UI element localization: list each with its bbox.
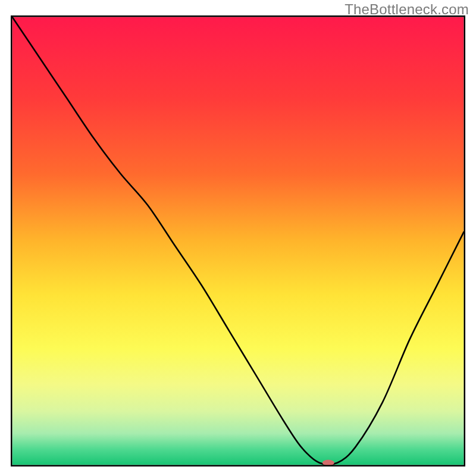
watermark-text: TheBottleneck.com bbox=[345, 1, 469, 18]
chart-stage bbox=[11, 15, 465, 466]
optimum-marker bbox=[322, 460, 334, 466]
bottleneck-chart bbox=[11, 15, 465, 466]
chart-background bbox=[12, 17, 464, 465]
